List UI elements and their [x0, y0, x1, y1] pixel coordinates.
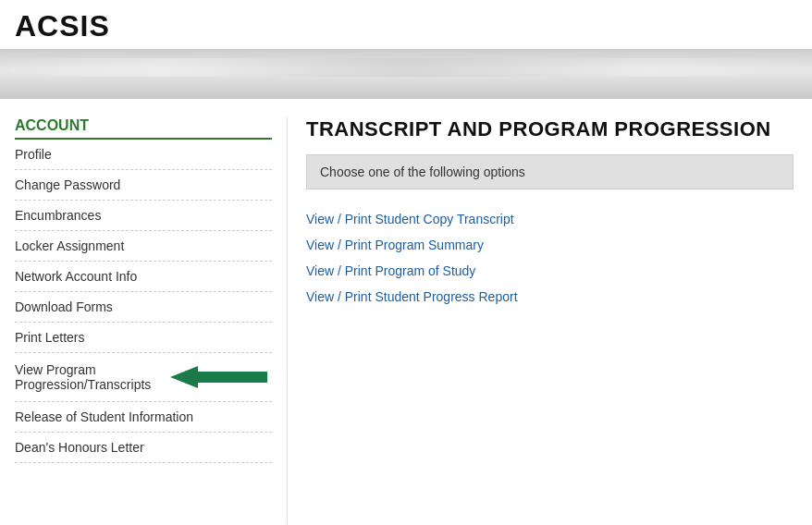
sidebar-item-download-forms[interactable]: Download Forms [15, 292, 272, 323]
sidebar-item-deans-honours-letter[interactable]: Dean's Honours Letter [15, 433, 272, 463]
sidebar-item-network-account-info[interactable]: Network Account Info [15, 262, 272, 292]
app-title: ACSIS [15, 9, 110, 43]
main-layout: ACCOUNT Profile Change Password Encumbra… [0, 99, 812, 524]
left-arrow-icon [170, 360, 272, 394]
content-area: TRANSCRIPT AND PROGRAM PROGRESSION Choos… [287, 117, 812, 524]
link-program-of-study[interactable]: View / Print Program of Study [306, 258, 794, 284]
sidebar-item-encumbrances[interactable]: Encumbrances [15, 201, 272, 231]
svg-marker-1 [170, 366, 198, 388]
sidebar-item-view-program-progression[interactable]: View Program Progression/Transcripts [15, 353, 272, 402]
link-student-progress-report[interactable]: View / Print Student Progress Report [306, 284, 794, 310]
content-heading: TRANSCRIPT AND PROGRAM PROGRESSION [306, 117, 794, 141]
header: ACSIS [0, 0, 812, 51]
link-student-copy-transcript[interactable]: View / Print Student Copy Transcript [306, 206, 794, 232]
sidebar-item-profile[interactable]: Profile [15, 140, 272, 170]
sidebar-item-change-password[interactable]: Change Password [15, 170, 272, 201]
sidebar: ACCOUNT Profile Change Password Encumbra… [0, 117, 287, 524]
sidebar-item-print-letters[interactable]: Print Letters [15, 323, 272, 353]
sidebar-item-locker-assignment[interactable]: Locker Assignment [15, 231, 272, 262]
choose-options-box: Choose one of the following options [306, 154, 794, 189]
banner-image [0, 51, 812, 99]
sidebar-item-release-student-info[interactable]: Release of Student Information [15, 402, 272, 433]
svg-rect-0 [198, 372, 267, 383]
link-program-summary[interactable]: View / Print Program Summary [306, 232, 794, 258]
sidebar-heading: ACCOUNT [15, 117, 272, 140]
